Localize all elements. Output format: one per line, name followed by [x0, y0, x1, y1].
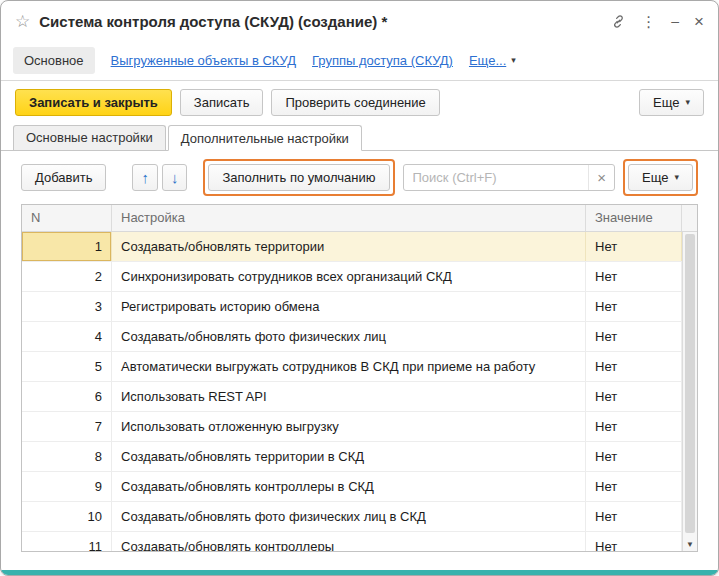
cell-value[interactable]: Нет	[586, 382, 682, 411]
list-more-button[interactable]: Еще ▾	[628, 164, 693, 191]
chevron-down-icon: ▾	[674, 173, 679, 182]
cell-value[interactable]: Нет	[586, 322, 682, 351]
cell-setting[interactable]: Синхронизировать сотрудников всех органи…	[112, 262, 586, 291]
kebab-menu-icon[interactable]: ⋮	[641, 14, 656, 29]
down-arrow-icon: ↓	[171, 170, 179, 185]
header-scroll-gap	[682, 205, 697, 231]
cell-value[interactable]: Нет	[586, 502, 682, 531]
cell-row-number[interactable]: 10	[22, 502, 112, 531]
up-arrow-icon: ↑	[141, 170, 149, 185]
window-title: Система контроля доступа (СКУД) (создани…	[39, 13, 611, 30]
search-input[interactable]	[404, 170, 589, 185]
bottom-accent-bar	[1, 570, 718, 575]
table-body: 1Создавать/обновлять территорииНет2Синхр…	[22, 232, 682, 552]
title-actions: ⋮ – ×	[611, 13, 704, 30]
move-up-button[interactable]: ↑	[132, 164, 158, 191]
nav-more-label: Еще...	[469, 53, 506, 68]
more-button-label: Еще	[653, 95, 679, 110]
cell-row-number[interactable]: 3	[22, 292, 112, 321]
cell-value[interactable]: Нет	[586, 472, 682, 501]
nav-item-access-groups[interactable]: Группы доступа (СКУД)	[312, 53, 453, 68]
app-window: ☆ Система контроля доступа (СКУД) (созда…	[0, 0, 719, 576]
move-down-button[interactable]: ↓	[162, 164, 188, 191]
close-icon[interactable]: ×	[694, 13, 704, 30]
settings-table: N Настройка Значение 1Создавать/обновлят…	[21, 204, 698, 552]
save-button[interactable]: Записать	[180, 89, 264, 116]
add-button[interactable]: Добавить	[21, 164, 106, 191]
nav-item-uploaded-objects[interactable]: Выгруженные объекты в СКУД	[111, 53, 296, 68]
chevron-down-icon: ▾	[685, 98, 690, 107]
table-row[interactable]: 10Создавать/обновлять фото физических ли…	[22, 502, 682, 532]
nav-item-main[interactable]: Основное	[13, 47, 95, 74]
column-header-n[interactable]: N	[22, 205, 112, 231]
cell-value[interactable]: Нет	[586, 412, 682, 441]
table-row[interactable]: 8Создавать/обновлять территории в СКДНет	[22, 442, 682, 472]
cell-setting[interactable]: Использовать отложенную выгрузку	[112, 412, 586, 441]
cell-row-number[interactable]: 1	[22, 232, 112, 261]
table-row[interactable]: 7Использовать отложенную выгрузкуНет	[22, 412, 682, 442]
table-row[interactable]: 6Использовать REST APIНет	[22, 382, 682, 412]
get-link-icon[interactable]	[611, 14, 626, 29]
cell-setting[interactable]: Создавать/обновлять территории в СКД	[112, 442, 586, 471]
cell-value[interactable]: Нет	[586, 442, 682, 471]
more-button[interactable]: Еще ▾	[639, 89, 704, 116]
nav-bar: Основное Выгруженные объекты в СКУД Груп…	[1, 41, 718, 81]
cell-setting[interactable]: Использовать REST API	[112, 382, 586, 411]
table-row[interactable]: 5Автоматически выгружать сотрудников В С…	[22, 352, 682, 382]
cell-row-number[interactable]: 9	[22, 472, 112, 501]
cell-row-number[interactable]: 2	[22, 262, 112, 291]
table-row[interactable]: 4Создавать/обновлять фото физических лиц…	[22, 322, 682, 352]
minimize-icon[interactable]: –	[671, 14, 679, 28]
table-row[interactable]: 2Синхронизировать сотрудников всех орган…	[22, 262, 682, 292]
titlebar: ☆ Система контроля доступа (СКУД) (созда…	[1, 1, 718, 41]
scroll-down-icon[interactable]: ▼	[683, 540, 697, 549]
cell-row-number[interactable]: 4	[22, 322, 112, 351]
fill-default-button[interactable]: Заполнить по умолчанию	[208, 164, 389, 191]
cell-value[interactable]: Нет	[586, 262, 682, 291]
table-row[interactable]: 9Создавать/обновлять контроллеры в СКДНе…	[22, 472, 682, 502]
cell-setting[interactable]: Создавать/обновлять территории	[112, 232, 586, 261]
cell-setting[interactable]: Регистрировать историю обмена	[112, 292, 586, 321]
cell-row-number[interactable]: 7	[22, 412, 112, 441]
cell-setting[interactable]: Создавать/обновлять фото физических лиц …	[112, 502, 586, 531]
nav-item-more[interactable]: Еще... ▾	[469, 53, 516, 68]
cell-value[interactable]: Нет	[586, 232, 682, 261]
cell-value[interactable]: Нет	[586, 532, 682, 552]
cell-setting[interactable]: Создавать/обновлять контроллеры в СКД	[112, 472, 586, 501]
cell-row-number[interactable]: 11	[22, 532, 112, 552]
cell-row-number[interactable]: 5	[22, 352, 112, 381]
cell-setting[interactable]: Создавать/обновлять фото физических лиц	[112, 322, 586, 351]
list-toolbar: Добавить ↑ ↓ Заполнить по умолчанию × Ещ…	[21, 159, 698, 196]
tab-additional-settings[interactable]: Дополнительные настройки	[168, 125, 362, 151]
list-more-highlight: Еще ▾	[623, 159, 698, 196]
search-box: ×	[403, 164, 616, 191]
fill-default-highlight: Заполнить по умолчанию	[203, 159, 394, 196]
cell-setting[interactable]: Автоматически выгружать сотрудников В СК…	[112, 352, 586, 381]
table-row[interactable]: 3Регистрировать историю обменаНет	[22, 292, 682, 322]
additional-settings-panel: Добавить ↑ ↓ Заполнить по умолчанию × Ещ…	[1, 151, 718, 552]
table-row[interactable]: 11Создавать/обновлять контроллерыНет	[22, 532, 682, 552]
table-row[interactable]: 1Создавать/обновлять территорииНет	[22, 232, 682, 262]
tab-main-settings[interactable]: Основные настройки	[13, 125, 166, 150]
vertical-scrollbar[interactable]: ▼	[682, 232, 697, 551]
column-header-setting[interactable]: Настройка	[112, 205, 586, 231]
list-more-label: Еще	[642, 170, 668, 185]
chevron-down-icon: ▾	[511, 56, 516, 65]
cell-row-number[interactable]: 6	[22, 382, 112, 411]
column-header-value[interactable]: Значение	[586, 205, 682, 231]
favorite-star-icon[interactable]: ☆	[15, 13, 30, 30]
clear-search-icon[interactable]: ×	[588, 165, 614, 190]
check-connection-button[interactable]: Проверить соединение	[271, 89, 439, 116]
save-and-close-button[interactable]: Записать и закрыть	[15, 89, 172, 116]
scrollbar-thumb[interactable]	[685, 234, 695, 533]
cell-row-number[interactable]: 8	[22, 442, 112, 471]
cell-value[interactable]: Нет	[586, 292, 682, 321]
cell-setting[interactable]: Создавать/обновлять контроллеры	[112, 532, 586, 552]
cell-value[interactable]: Нет	[586, 352, 682, 381]
tab-strip: Основные настройки Дополнительные настро…	[1, 125, 718, 151]
table-header: N Настройка Значение	[22, 205, 697, 232]
command-bar: Записать и закрыть Записать Проверить со…	[1, 81, 718, 125]
